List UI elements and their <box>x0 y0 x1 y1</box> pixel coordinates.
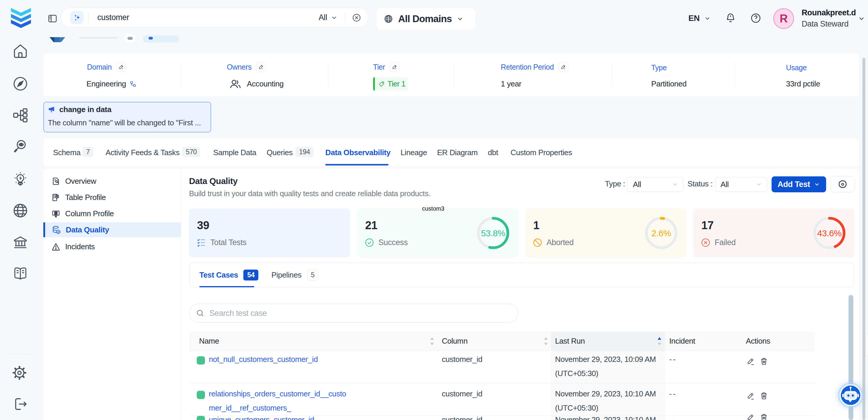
svg-text:43.6%: 43.6% <box>817 228 842 238</box>
svg-text:2.6%: 2.6% <box>652 228 671 238</box>
svg-text:53.8%: 53.8% <box>481 228 505 238</box>
